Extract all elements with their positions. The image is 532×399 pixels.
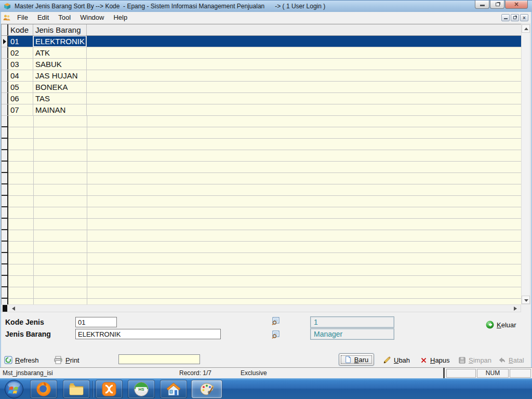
row-selector[interactable] [2,59,8,70]
grid-vertical-scrollbar[interactable] [521,24,530,304]
app-icon [3,2,11,10]
mdi-minimize-button[interactable] [501,14,510,21]
scroll-up-button[interactable] [522,24,530,33]
row-selector[interactable] [2,47,8,58]
grid-header-jenis[interactable]: Jenis Barang [33,24,87,35]
cell-kode[interactable]: 03 [8,59,33,70]
status-panel-empty [510,369,531,378]
lookup-kode-icon[interactable] [271,316,281,326]
cell-jenis[interactable]: JAS HUJAN [33,70,87,81]
grid-splitter-handle[interactable] [3,305,7,312]
menu-file[interactable]: File [12,12,33,23]
jenis-barang-grid: Kode Jenis Barang 01 ELEKTRONIK 02 ATK 0… [1,24,521,304]
row-selector[interactable] [2,82,8,92]
menu-edit[interactable]: Edit [33,12,54,23]
menu-window[interactable]: Window [75,12,109,23]
row-filler [87,82,521,92]
taskbar-active-app-button[interactable] [191,380,222,398]
scroll-right-button[interactable] [512,305,519,312]
table-row[interactable]: 04 JAS HUJAN [2,70,521,82]
cell-jenis[interactable]: BONEKA [33,82,87,92]
close-button[interactable]: × [505,1,528,9]
cell-jenis[interactable]: ATK [33,47,87,58]
restore-button[interactable] [490,1,504,9]
menu-tool[interactable]: Tool [54,12,75,23]
grid-header-filler [87,24,521,35]
menu-help[interactable]: Help [109,12,132,23]
search-input[interactable] [118,354,200,364]
simpan-button[interactable]: Simpan [458,354,491,366]
cell-jenis[interactable]: MAINAN [33,104,87,115]
kode-jenis-input[interactable] [75,317,117,327]
taskbar-divider [92,381,93,397]
print-button[interactable]: Print [54,354,79,366]
batal-button[interactable]: Batal [498,354,524,366]
xampp-icon [101,381,117,397]
mdi-close-button[interactable]: × [520,14,528,21]
row-filler [87,59,521,70]
close-icon: × [506,1,527,8]
grid-horizontal-scrollbar[interactable] [1,304,521,312]
taskbar-xampp-button[interactable] [96,380,123,398]
mdi-minimize-icon [504,18,508,19]
cell-kode[interactable]: 05 [8,82,33,92]
table-row[interactable]: 02 ATK [2,47,521,59]
table-row[interactable]: 05 BONEKA [2,82,521,93]
ubah-button[interactable]: Ubah [383,354,410,366]
cell-kode[interactable]: 01 [8,36,33,47]
scroll-down-button[interactable] [522,296,530,304]
grid-header-kode[interactable]: Kode [8,24,33,35]
table-row[interactable]: 03 SABUK [2,59,521,70]
minimize-button[interactable] [475,1,489,9]
refresh-button[interactable]: Refresh [4,354,39,366]
table-row[interactable]: 06 TAS [2,93,521,104]
mdi-close-icon: × [521,15,528,21]
taskbar-homesite-button[interactable] [160,380,187,398]
new-document-icon [344,355,352,364]
status-table-name: Mst_jnsbarang_isi [3,369,53,377]
keluar-button[interactable]: Keluar [486,318,516,331]
status-num-lock: NUM [477,369,509,378]
lookup-jenis-icon[interactable] [271,330,281,339]
exit-arrow-icon [486,321,494,329]
house-icon [166,382,181,396]
status-bar: Mst_jnsbarang_isi Record: 1/7 Exclusive … [0,367,532,378]
minimize-icon [480,5,485,6]
row-selector[interactable] [2,104,8,115]
row-selector[interactable] [2,93,8,104]
taskbar-firefox-button[interactable] [30,380,57,398]
cell-jenis[interactable]: TAS [33,93,87,104]
grid-empty-area [2,116,521,305]
kode-jenis-label: Kode Jenis [5,318,44,326]
taskbar-heidisql-button[interactable]: HS [128,380,155,398]
save-disk-icon [458,356,466,364]
cell-jenis[interactable]: SABUK [33,59,87,70]
palette-icon [199,382,215,396]
folder-icon [69,382,84,396]
grid-corner-cell [2,24,8,35]
row-selector[interactable] [2,36,8,47]
taskbar-explorer-button[interactable] [63,380,90,398]
row-filler [87,93,521,104]
cell-kode[interactable]: 04 [8,70,33,81]
baru-button[interactable]: Baru [339,353,374,366]
users-icon [3,14,11,22]
row-selector[interactable] [2,70,8,81]
jenis-barang-input[interactable] [75,329,221,339]
table-row[interactable]: 01 ELEKTRONIK [2,36,521,47]
scroll-left-button[interactable] [10,305,17,312]
mdi-restore-button[interactable] [511,14,519,21]
status-panel-empty [446,369,476,378]
hapus-button[interactable]: Hapus [420,354,450,366]
cell-kode[interactable]: 07 [8,104,33,115]
row-filler [87,36,521,47]
scroll-left-icon [12,307,15,311]
cell-jenis[interactable]: ELEKTRONIK [33,36,87,47]
start-button[interactable] [4,379,24,399]
cell-kode[interactable]: 06 [8,93,33,104]
cell-kode[interactable]: 02 [8,47,33,58]
scroll-down-icon [524,299,528,302]
application-window: Master Jenis Barang Sort By --> Kode - E… [0,0,532,399]
table-row[interactable]: 07 MAINAN [2,104,521,116]
svg-text:HS: HS [138,387,144,392]
